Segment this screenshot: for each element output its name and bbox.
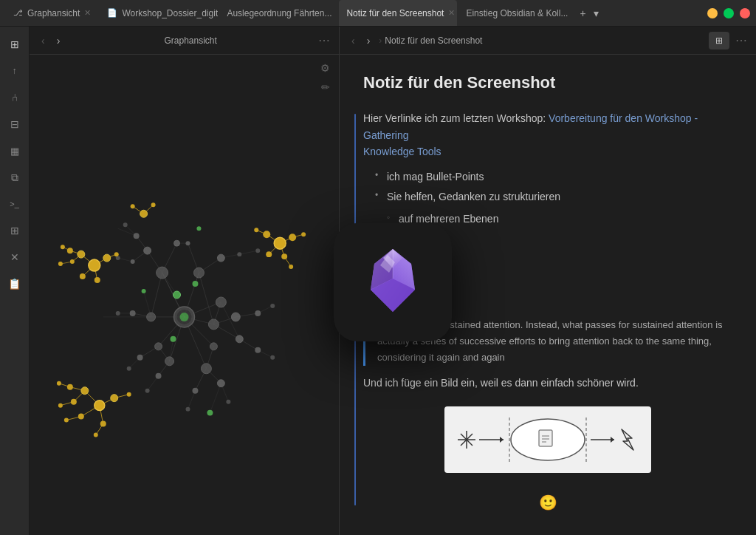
svg-point-47	[193, 268, 204, 278]
svg-point-76	[145, 389, 150, 393]
svg-point-74	[226, 400, 230, 404]
minimize-button[interactable]: —	[707, 8, 718, 18]
new-tab-button[interactable]: +	[577, 7, 588, 19]
bullet-item-l2-3: aus	[387, 250, 732, 266]
close-button[interactable]: ✕	[740, 8, 750, 18]
tab-screenshot-label: Notiz für den Screenshot	[346, 8, 444, 18]
svg-point-73	[270, 355, 275, 360]
copy-icon: ⧉	[11, 171, 18, 184]
svg-point-50	[201, 364, 211, 374]
doc-title: Notiz für den Screenshot	[363, 69, 732, 95]
bullet-item-extra1: och hübsch :)	[375, 272, 732, 288]
sidebar-icon-open[interactable]: ↑	[3, 59, 27, 83]
sidebar-icon-grid[interactable]: ⊟	[3, 112, 27, 136]
editor-nav-back-button[interactable]: ‹	[348, 33, 358, 48]
svg-point-70	[123, 222, 128, 227]
svg-point-58	[217, 254, 224, 262]
svg-point-80	[255, 248, 260, 253]
svg-point-135	[254, 228, 258, 232]
svg-point-78	[116, 311, 120, 316]
svg-rect-165	[539, 430, 552, 446]
sidebar-icon-calendar[interactable]: ▦	[3, 139, 27, 163]
editor-content[interactable]: Notiz für den Screenshot Hier Verlinke i…	[340, 55, 756, 535]
svg-point-100	[94, 433, 98, 437]
right-panel: ‹ › › Notiz für den Screenshot ⊞ ⋯ Notiz…	[340, 27, 756, 535]
breadcrumb: › Notiz für den Screenshot	[379, 35, 703, 46]
svg-point-130	[274, 237, 286, 249]
editor-more-button[interactable]: ⋯	[735, 33, 747, 47]
svg-point-134	[266, 251, 272, 257]
tab-bar: ⎇ Graphansicht ✕ 📄 Workshop_Dossier_digi…	[6, 0, 701, 26]
tab-graph-close[interactable]: ✕	[84, 8, 91, 18]
graph-tools-button[interactable]: ✏	[321, 81, 330, 93]
tab-screenshot-close[interactable]: ✕	[448, 8, 455, 18]
workshop-tab-icon: 📄	[107, 8, 117, 18]
svg-point-120	[58, 262, 63, 266]
svg-point-79	[237, 252, 241, 256]
svg-point-59	[231, 313, 240, 321]
graph-panel-more-button[interactable]: ⋯	[318, 33, 330, 47]
sidebar-icon-branch[interactable]: ⑃	[3, 86, 27, 109]
nav-back-button[interactable]: ‹	[38, 33, 48, 48]
bullet-item-l2-2: ität	[387, 231, 732, 247]
knowledge-tools-link-text: Knowledge Tools	[363, 146, 441, 157]
svg-point-132	[289, 234, 296, 241]
svg-point-94	[111, 395, 118, 402]
svg-point-99	[127, 392, 131, 397]
svg-point-45	[180, 313, 189, 321]
open-icon: ↑	[13, 66, 17, 76]
svg-line-142	[144, 205, 154, 214]
svg-point-97	[67, 384, 73, 390]
sidebar-icon-table[interactable]: ⊞	[3, 219, 27, 242]
tab-screenshot[interactable]: Notiz für den Screenshot ✕	[339, 0, 457, 26]
sidebar-icon-plugin[interactable]: ✕	[3, 245, 27, 269]
svg-point-46	[157, 267, 168, 279]
sidebar-icon-copy[interactable]: ⧉	[3, 166, 27, 189]
bullet-item-extra2: t nie:	[375, 292, 732, 308]
tab-einstieg[interactable]: Einstieg Obsidian & Koll...	[458, 0, 575, 26]
svg-point-65	[130, 310, 136, 316]
svg-point-137	[289, 265, 293, 269]
sidebar-icon-layout[interactable]: ⊞	[3, 33, 27, 56]
svg-point-118	[114, 252, 119, 256]
split-icon: ⊞	[715, 35, 723, 46]
graph-toolbar: ‹ › Graphansicht ⋯	[30, 27, 339, 55]
breadcrumb-current: Notiz für den Screenshot	[385, 35, 482, 46]
bullet-item-1: ich mag Bullet-Points	[375, 168, 732, 185]
svg-line-150	[118, 228, 137, 236]
tab-graph[interactable]: ⎇ Graphansicht ✕	[6, 0, 98, 26]
bullet-item-l2-1: auf mehreren Ebenen	[387, 211, 732, 227]
plugin-icon: ✕	[10, 251, 19, 263]
svg-point-57	[185, 241, 190, 245]
app-container: ⊞ ↑ ⑃ ⊟ ▦ ⧉ >_ ⊞ ✕ 📋 ‹	[0, 27, 756, 535]
svg-point-96	[78, 414, 84, 420]
svg-point-114	[94, 277, 100, 283]
tab-dropdown-button[interactable]: ▾	[591, 7, 602, 19]
nav-forward-button[interactable]: ›	[54, 33, 63, 48]
graph-area[interactable]: ⚙ ✏	[30, 55, 339, 535]
svg-line-26	[199, 273, 213, 324]
editor-split-button[interactable]: ⊞	[709, 32, 729, 50]
svg-point-67	[131, 259, 135, 264]
editor-nav-forward-button[interactable]: ›	[364, 33, 374, 48]
sidebar-icon-command[interactable]: 📋	[3, 272, 27, 296]
grid-icon: ⊟	[10, 118, 19, 130]
blockquote-text: g as voluntary sustained attention. Inst…	[377, 319, 723, 363]
tab-workshop[interactable]: 📄 Workshop_Dossier_digital...	[100, 0, 218, 26]
bullet-item-2: Sie helfen, Gedanken zu strukturieren	[375, 188, 732, 205]
tab-auslegeordnung[interactable]: Auslegeordnung Fährten...	[219, 0, 337, 26]
image-caption: Und ich füge ein Bild ein, weil es dann …	[363, 375, 732, 391]
knowledge-tools-link[interactable]: Knowledge Tools	[363, 146, 441, 157]
svg-point-148	[196, 226, 201, 231]
svg-line-36	[188, 391, 195, 409]
restore-button[interactable]: ❐	[724, 8, 734, 18]
graph-tab-icon: ⎇	[13, 8, 23, 18]
svg-point-93	[81, 387, 89, 395]
window-controls: — ❐ ✕	[707, 8, 750, 18]
sidebar-icon-terminal[interactable]: >_	[3, 192, 27, 216]
svg-point-52	[155, 343, 162, 350]
graph-settings-button[interactable]: ⚙	[320, 62, 330, 74]
diagram-svg	[444, 406, 651, 473]
svg-point-95	[100, 421, 106, 427]
svg-point-77	[127, 367, 131, 371]
